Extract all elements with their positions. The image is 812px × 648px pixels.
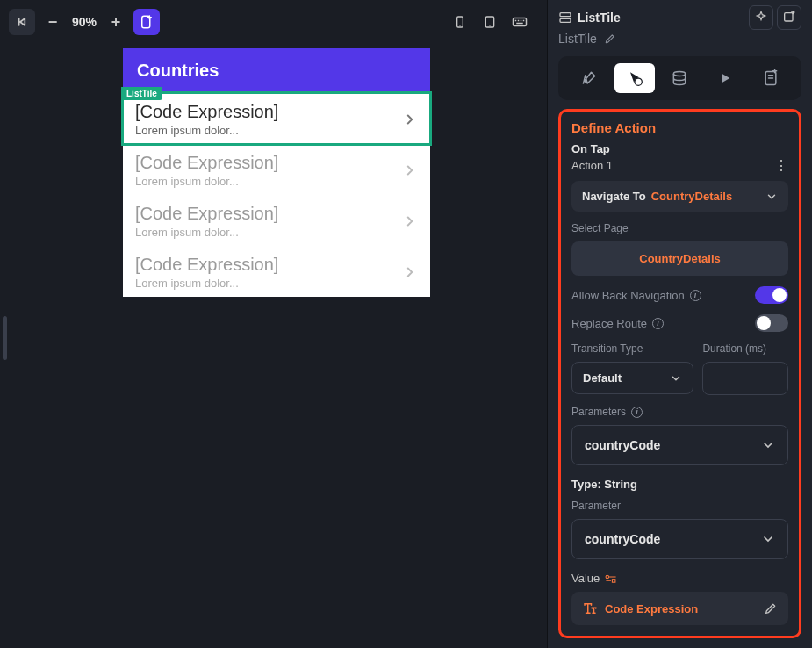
- canvas-area: − 90% + Countries ListTile[Code Expressi: [0, 0, 547, 648]
- allow-back-label: Allow Back Navigation i: [571, 289, 755, 302]
- tablet-icon: [483, 15, 497, 29]
- chevron-down-icon: [765, 191, 778, 203]
- list-item-title: [Code Expression]: [135, 102, 402, 122]
- ruler-pencil-icon: [580, 69, 598, 87]
- info-icon[interactable]: i: [631, 407, 643, 418]
- svg-rect-7: [518, 20, 520, 22]
- svg-rect-18: [613, 579, 616, 582]
- database-icon: [671, 69, 688, 87]
- select-page-label: Select Page: [571, 222, 788, 234]
- parameter-label: Parameter: [571, 500, 788, 512]
- svg-rect-12: [560, 18, 571, 22]
- phone-device-button[interactable]: [447, 9, 473, 35]
- list-items: ListTile[Code Expression]Lorem ipsum dol…: [123, 93, 430, 297]
- zoom-group: − 90% +: [40, 10, 128, 34]
- tab-strip: [558, 56, 801, 100]
- svg-rect-6: [515, 20, 517, 22]
- list-item-subtitle: Lorem ipsum dolor...: [135, 124, 402, 137]
- tablet-device-button[interactable]: [477, 9, 503, 35]
- value-label: Value: [571, 572, 788, 585]
- edit-value-button[interactable]: [764, 601, 778, 616]
- add-widget-icon: [782, 11, 796, 25]
- cursor-action-icon: [626, 69, 643, 87]
- allow-back-toggle[interactable]: [755, 286, 788, 304]
- list-item[interactable]: [Code Expression]Lorem ipsum dolor...: [123, 246, 430, 297]
- duration-label: Duration (ms): [702, 342, 788, 355]
- action-card: Define Action On Tap Action 1 ⋮ Navigate…: [558, 109, 801, 638]
- phone-icon: [453, 15, 467, 29]
- play-icon: [717, 70, 733, 86]
- magic-button[interactable]: [749, 5, 773, 30]
- keyboard-icon: [512, 16, 528, 28]
- info-icon[interactable]: i: [690, 290, 701, 301]
- chevron-right-icon: [402, 213, 418, 229]
- list-item-title: [Code Expression]: [135, 255, 402, 275]
- svg-rect-10: [516, 23, 523, 25]
- keyboard-button[interactable]: [507, 9, 533, 35]
- scroll-handle[interactable]: [3, 316, 7, 360]
- list-item-subtitle: Lorem ipsum dolor...: [135, 277, 402, 290]
- action-name: Action 1: [571, 159, 774, 172]
- svg-rect-9: [523, 20, 525, 22]
- svg-rect-5: [514, 18, 527, 26]
- edit-name-button[interactable]: [604, 32, 616, 45]
- zoom-value: 90%: [68, 15, 100, 29]
- parameters-label: Parameters i: [571, 406, 788, 418]
- svg-point-4: [489, 25, 490, 25]
- variable-icon[interactable]: [605, 573, 617, 584]
- replace-route-toggle[interactable]: [755, 314, 788, 332]
- navigate-value: CountryDetails: [651, 190, 760, 203]
- svg-point-17: [606, 575, 609, 579]
- info-icon[interactable]: i: [652, 318, 664, 329]
- parameter-select[interactable]: countryCode: [571, 519, 788, 559]
- list-item[interactable]: ListTile[Code Expression]Lorem ipsum dol…: [123, 93, 430, 144]
- navigate-to-selector[interactable]: Navigate To CountryDetails: [571, 181, 788, 212]
- chevron-down-icon: [670, 372, 682, 385]
- tab-animations[interactable]: [705, 63, 745, 93]
- replace-route-label: Replace Route i: [571, 317, 755, 330]
- tab-docs[interactable]: [751, 63, 791, 93]
- parameter-item[interactable]: countryCode: [571, 425, 788, 465]
- widget-name: ListTile: [558, 32, 597, 46]
- selected-page-button[interactable]: CountryDetails: [571, 241, 788, 276]
- side-panel: ListTile ListTile: [547, 0, 812, 648]
- zoom-in-button[interactable]: +: [104, 10, 128, 34]
- app-header: Countries: [123, 48, 430, 93]
- zoom-out-button[interactable]: −: [40, 10, 65, 34]
- top-toolbar: − 90% +: [0, 0, 547, 35]
- value-expression-box[interactable]: Code Expression: [571, 592, 788, 625]
- go-start-button[interactable]: [9, 9, 35, 35]
- duration-input[interactable]: [702, 362, 788, 395]
- list-item[interactable]: [Code Expression]Lorem ipsum dolor...: [123, 144, 430, 195]
- svg-rect-8: [521, 20, 522, 22]
- panel-widget-type: ListTile: [578, 11, 744, 25]
- list-item-title: [Code Expression]: [135, 153, 402, 173]
- document-add-icon: [762, 69, 780, 87]
- tab-backend[interactable]: [660, 63, 701, 93]
- go-start-icon: [15, 15, 29, 29]
- selection-tag: ListTile: [121, 87, 162, 100]
- tab-style[interactable]: [569, 63, 609, 93]
- list-item[interactable]: [Code Expression]Lorem ipsum dolor...: [123, 195, 430, 246]
- tab-actions[interactable]: [614, 63, 655, 93]
- add-screen-button[interactable]: [133, 9, 160, 35]
- navigate-label: Navigate To: [582, 190, 646, 203]
- transition-select[interactable]: Default: [571, 362, 693, 394]
- chevron-right-icon: [402, 162, 418, 178]
- device-group: [447, 9, 533, 35]
- text-type-icon: [582, 601, 598, 616]
- phone-preview: Countries ListTile[Code Expression]Lorem…: [123, 48, 430, 297]
- svg-point-14: [635, 78, 642, 85]
- list-item-subtitle: Lorem ipsum dolor...: [135, 175, 402, 188]
- sparkle-icon: [754, 11, 768, 25]
- type-text: Type: String: [571, 478, 788, 491]
- widget-type-icon: [558, 11, 572, 25]
- list-item-title: [Code Expression]: [135, 204, 402, 224]
- svg-rect-11: [560, 13, 571, 17]
- add-to-library-button[interactable]: [777, 5, 801, 30]
- add-screen-icon: [139, 14, 154, 30]
- pencil-icon: [604, 32, 616, 45]
- chevron-right-icon: [402, 112, 418, 127]
- svg-rect-13: [785, 13, 793, 21]
- transition-label: Transition Type: [571, 342, 693, 355]
